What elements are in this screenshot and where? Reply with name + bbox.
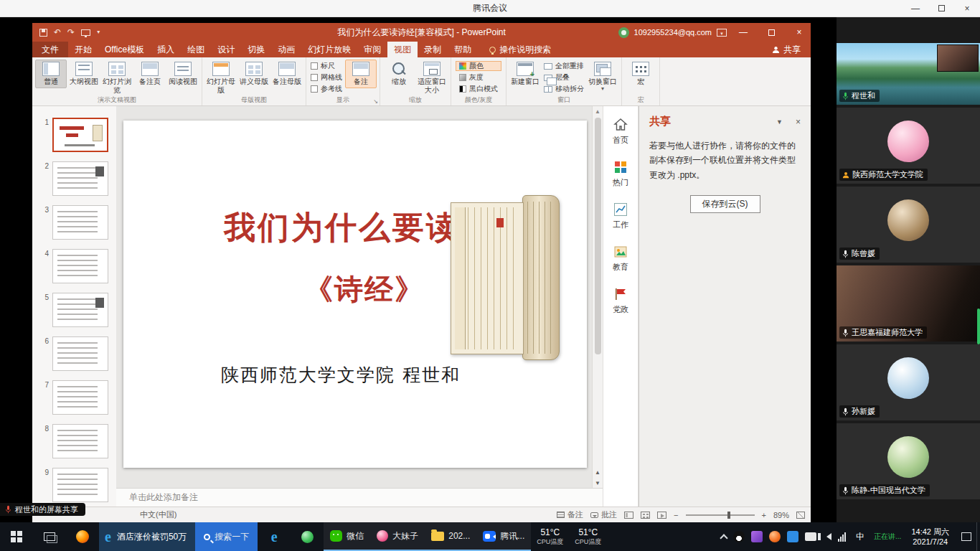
participant-tile[interactable]: 陕西师范大学文学院 [837,108,980,184]
slide-title-line1[interactable]: 我们为什么要读 [224,207,460,249]
tab-design[interactable]: 设计 [211,42,241,57]
save-to-cloud-button[interactable]: 保存到云(S) [690,195,760,213]
slide-thumbnail[interactable]: 4 [32,249,116,283]
redo-icon[interactable]: ↷ [67,27,75,37]
grayscale-option[interactable]: 灰度 [456,72,501,83]
share-button[interactable]: 共享 [762,42,811,57]
qq-tray-icon[interactable] [733,531,745,542]
zoom-slider-thumb[interactable] [727,512,730,519]
comments-status-button[interactable]: 批注 [590,509,617,520]
zoom-slider[interactable] [686,514,755,516]
task-view-button[interactable] [33,522,66,551]
participant-tile[interactable]: 程世和 [837,43,980,105]
wechat-taskbar-button[interactable]: 微信 [324,522,370,551]
reading-view-button[interactable]: 阅读视图 [167,60,199,88]
browser-360-taskbar-button[interactable] [291,522,324,551]
shijing-book-image[interactable] [451,195,560,360]
participant-tile[interactable]: 陈静-中国现当代文学 [837,423,980,499]
scroll-up-icon[interactable]: ▲ [593,108,603,115]
slide-thumbnail[interactable]: 5 [32,293,116,327]
ppt-restore-icon[interactable] [760,23,783,42]
show-desktop-button[interactable] [976,522,980,551]
firefox-taskbar-button[interactable] [66,522,99,551]
damei-taskbar-button[interactable]: 大妹子 [370,522,425,551]
taskbar-search[interactable]: 搜索一下 [195,522,258,551]
normal-view-status-icon[interactable] [624,512,633,519]
zoom-in-icon[interactable]: + [762,511,766,519]
tab-office-templates[interactable]: Office模板 [98,42,151,57]
minimize-icon[interactable]: — [903,0,928,17]
language-indicator[interactable]: 中文(中国) [140,509,176,520]
next-slide-icon[interactable]: ▼ [595,480,600,486]
cascade-button[interactable]: 层叠 [544,72,584,83]
sogou-tray-icon[interactable] [769,531,781,542]
tab-slideshow[interactable]: 幻灯片放映 [301,42,357,57]
macros-button[interactable]: 宏 [625,60,656,88]
participant-tile[interactable]: 陈曾媛 [837,187,980,263]
gridlines-checkbox[interactable]: 网格线 [311,72,342,83]
guides-checkbox[interactable]: 参考线 [311,84,342,94]
tab-help[interactable]: 帮助 [448,42,478,57]
meeting-taskbar-button[interactable]: 腾讯... [476,522,531,551]
outline-view-button[interactable]: 大纲视图 [68,60,100,88]
tab-animations[interactable]: 动画 [271,42,301,57]
sidebar-item-home[interactable]: 首页 [613,118,628,146]
tab-record[interactable]: 录制 [418,42,448,57]
pane-dropdown-icon[interactable]: ▼ [776,118,783,126]
notes-pane[interactable]: 单击此处添加备注 [116,488,603,507]
undo-icon[interactable]: ↶ [54,27,61,37]
tab-transitions[interactable]: 切换 [241,42,271,57]
tell-me-search[interactable]: 操作说明搜索 [489,42,551,57]
sidebar-item-education[interactable]: 教育 [613,245,628,273]
color-option[interactable]: 颜色 [456,61,501,71]
notes-page-button[interactable]: 备注页 [134,60,166,88]
slide-thumbnail[interactable]: 7 [32,380,116,415]
slide-sorter-status-icon[interactable] [641,512,650,519]
action-center-button[interactable] [956,522,976,551]
cpu-temp-widget[interactable]: 51°C CPU温度 [569,522,607,551]
folder-taskbar-button[interactable]: 202... [425,522,476,551]
handout-master-button[interactable]: 讲义母版 [238,60,270,88]
participants-scrollbar[interactable] [977,309,980,344]
zoom-button[interactable]: 缩放 [383,60,415,88]
tab-review[interactable]: 审阅 [357,42,387,57]
ribbon-display-options-icon[interactable]: ▾ [717,29,727,37]
slide-sorter-button[interactable]: 幻灯片浏览 [101,60,133,96]
scrollbar-thumb[interactable] [595,118,601,354]
tab-file[interactable]: 文件 [32,42,68,57]
slide-title-line2[interactable]: 《诗经》 [304,270,425,309]
normal-view-button[interactable]: 普通 [35,60,67,88]
slide-thumbnail[interactable]: 6 [32,336,116,371]
switch-windows-button[interactable]: 切换窗口 ▾ [587,60,618,94]
notes-master-button[interactable]: 备注母版 [271,60,303,88]
slide-canvas[interactable]: 我们为什么要读 《诗经》 陕西师范大学文学院 程世和 [123,121,587,468]
black-white-option[interactable]: 黑白模式 [456,84,501,94]
network-icon[interactable] [838,532,846,542]
notes-status-button[interactable]: 备注 [557,509,583,520]
taskbar-clock[interactable]: 14:42 周六 2021/7/24 [904,522,956,551]
slide-thumbnail[interactable]: 8 [32,424,116,458]
ime-indicator[interactable]: 中 [852,529,868,545]
chat-tray-icon[interactable] [787,531,798,542]
account-email[interactable]: 1092955234@qq.com [634,28,712,37]
tab-insert[interactable]: 插入 [151,42,181,57]
participant-tile[interactable]: 王思嘉福建师范大学 [837,265,980,342]
keyboard-tray-icon[interactable] [805,532,816,541]
screen-share-banner[interactable]: 程世和的屏幕共享 [0,503,85,516]
cpu-temp-widget[interactable]: 51°C CPU温度 [531,522,569,551]
fit-slide-to-window-icon[interactable] [796,512,805,519]
tab-draw[interactable]: 绘图 [181,42,211,57]
tab-view[interactable]: 视图 [387,42,418,57]
sidebar-item-hot[interactable]: 热门 [613,160,628,188]
previous-slide-icon[interactable]: ▲ [595,469,600,476]
start-button[interactable] [0,522,33,551]
slideshow-status-icon[interactable] [657,512,666,519]
slideshow-icon[interactable] [81,29,90,36]
ruler-checkbox[interactable]: 标尺 [311,61,342,71]
slide-thumbnail[interactable]: 3 [32,205,116,240]
sidebar-item-work[interactable]: 工作 [613,202,628,230]
tab-home[interactable]: 开始 [68,42,98,57]
fit-to-window-button[interactable]: 适应窗口大小 [416,60,448,96]
slide-scrollbar[interactable]: ▲ ▲ ▼ [592,106,603,488]
save-icon[interactable] [39,29,47,37]
